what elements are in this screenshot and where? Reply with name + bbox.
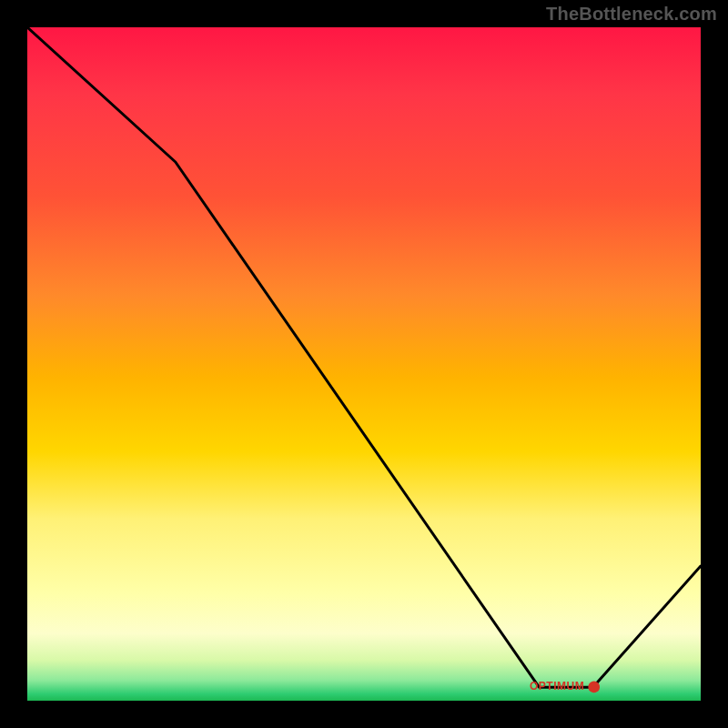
line-layer — [27, 27, 701, 701]
series-annotation: OPTIMUM ⬤ — [530, 680, 601, 693]
series-path — [27, 27, 701, 687]
plot-area: OPTIMUM ⬤ — [27, 27, 701, 701]
attribution-label: TheBottleneck.com — [546, 4, 717, 25]
bottleneck-chart: TheBottleneck.com OPTIMUM ⬤ — [0, 0, 728, 728]
